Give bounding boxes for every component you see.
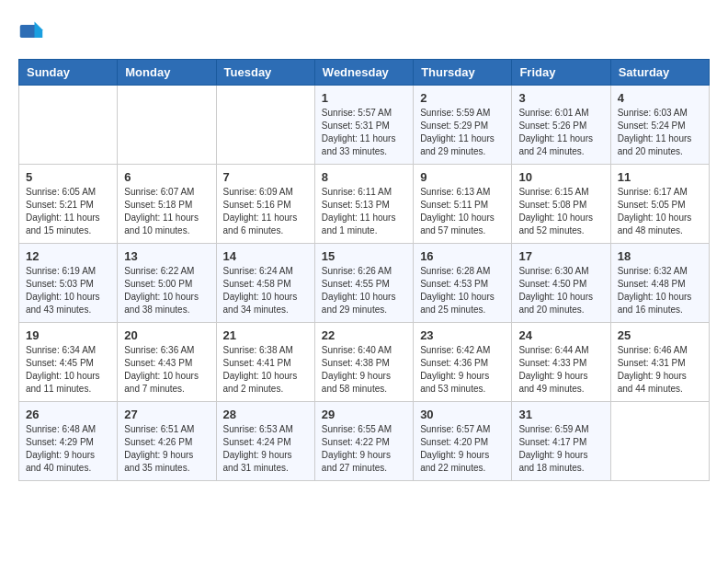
day-number: 26 xyxy=(26,408,110,421)
day-info: Sunrise: 6:46 AM Sunset: 4:31 PM Dayligh… xyxy=(618,344,702,396)
calendar-cell: 9Sunrise: 6:13 AM Sunset: 5:11 PM Daylig… xyxy=(414,165,512,244)
day-of-week-header: Friday xyxy=(512,60,610,86)
calendar-cell: 17Sunrise: 6:30 AM Sunset: 4:50 PM Dayli… xyxy=(512,244,610,323)
calendar-cell: 15Sunrise: 6:26 AM Sunset: 4:55 PM Dayli… xyxy=(314,244,413,323)
svg-marker-1 xyxy=(35,22,43,39)
logo xyxy=(18,18,48,44)
calendar-body: 1Sunrise: 5:57 AM Sunset: 5:31 PM Daylig… xyxy=(19,86,710,481)
day-number: 12 xyxy=(26,249,110,263)
calendar-cell: 24Sunrise: 6:44 AM Sunset: 4:33 PM Dayli… xyxy=(512,323,610,402)
calendar-cell xyxy=(118,86,216,165)
day-info: Sunrise: 5:57 AM Sunset: 5:31 PM Dayligh… xyxy=(322,107,406,158)
calendar-cell: 14Sunrise: 6:24 AM Sunset: 4:58 PM Dayli… xyxy=(216,244,314,323)
day-info: Sunrise: 6:34 AM Sunset: 4:45 PM Dayligh… xyxy=(26,344,110,396)
day-number: 25 xyxy=(618,328,702,342)
day-info: Sunrise: 6:07 AM Sunset: 5:18 PM Dayligh… xyxy=(124,186,209,237)
calendar-cell: 6Sunrise: 6:07 AM Sunset: 5:18 PM Daylig… xyxy=(118,165,216,244)
day-number: 1 xyxy=(322,91,406,105)
day-info: Sunrise: 6:36 AM Sunset: 4:43 PM Dayligh… xyxy=(124,344,209,396)
day-number: 23 xyxy=(420,328,505,342)
day-number: 19 xyxy=(26,328,110,342)
calendar-cell: 13Sunrise: 6:22 AM Sunset: 5:00 PM Dayli… xyxy=(118,244,216,323)
day-info: Sunrise: 6:30 AM Sunset: 4:50 PM Dayligh… xyxy=(518,265,603,316)
day-info: Sunrise: 6:19 AM Sunset: 5:03 PM Dayligh… xyxy=(26,265,110,316)
day-info: Sunrise: 6:51 AM Sunset: 4:26 PM Dayligh… xyxy=(124,423,209,475)
calendar-cell: 18Sunrise: 6:32 AM Sunset: 4:48 PM Dayli… xyxy=(610,244,709,323)
calendar-cell: 25Sunrise: 6:46 AM Sunset: 4:31 PM Dayli… xyxy=(610,323,709,402)
day-info: Sunrise: 6:01 AM Sunset: 5:26 PM Dayligh… xyxy=(518,107,603,158)
calendar-cell: 10Sunrise: 6:15 AM Sunset: 5:08 PM Dayli… xyxy=(512,165,610,244)
calendar-cell: 26Sunrise: 6:48 AM Sunset: 4:29 PM Dayli… xyxy=(19,402,118,481)
calendar-cell: 2Sunrise: 5:59 AM Sunset: 5:29 PM Daylig… xyxy=(414,86,512,165)
calendar-cell: 29Sunrise: 6:55 AM Sunset: 4:22 PM Dayli… xyxy=(314,402,413,481)
calendar-cell: 22Sunrise: 6:40 AM Sunset: 4:38 PM Dayli… xyxy=(314,323,413,402)
calendar-cell: 20Sunrise: 6:36 AM Sunset: 4:43 PM Dayli… xyxy=(118,323,216,402)
day-number: 29 xyxy=(322,408,406,421)
day-number: 2 xyxy=(420,91,505,105)
day-info: Sunrise: 6:24 AM Sunset: 4:58 PM Dayligh… xyxy=(223,265,308,316)
calendar-cell: 3Sunrise: 6:01 AM Sunset: 5:26 PM Daylig… xyxy=(512,86,610,165)
day-info: Sunrise: 6:15 AM Sunset: 5:08 PM Dayligh… xyxy=(518,186,603,237)
page-header xyxy=(18,18,710,44)
day-number: 20 xyxy=(124,328,209,342)
day-info: Sunrise: 6:40 AM Sunset: 4:38 PM Dayligh… xyxy=(322,344,406,396)
day-number: 17 xyxy=(518,249,603,263)
day-number: 8 xyxy=(322,170,406,184)
day-number: 9 xyxy=(420,170,505,184)
day-number: 13 xyxy=(124,249,209,263)
day-info: Sunrise: 6:22 AM Sunset: 5:00 PM Dayligh… xyxy=(124,265,209,316)
calendar-cell: 1Sunrise: 5:57 AM Sunset: 5:31 PM Daylig… xyxy=(314,86,413,165)
calendar-cell: 23Sunrise: 6:42 AM Sunset: 4:36 PM Dayli… xyxy=(414,323,512,402)
day-info: Sunrise: 6:44 AM Sunset: 4:33 PM Dayligh… xyxy=(518,344,603,396)
calendar-cell xyxy=(19,86,118,165)
day-number: 4 xyxy=(618,91,702,105)
calendar-cell: 7Sunrise: 6:09 AM Sunset: 5:16 PM Daylig… xyxy=(216,165,314,244)
calendar-header: SundayMondayTuesdayWednesdayThursdayFrid… xyxy=(19,60,710,86)
calendar-cell: 4Sunrise: 6:03 AM Sunset: 5:24 PM Daylig… xyxy=(610,86,709,165)
day-number: 10 xyxy=(518,170,603,184)
day-info: Sunrise: 6:48 AM Sunset: 4:29 PM Dayligh… xyxy=(26,423,110,475)
day-of-week-header: Thursday xyxy=(414,60,512,86)
day-of-week-header: Saturday xyxy=(610,60,709,86)
calendar-cell: 16Sunrise: 6:28 AM Sunset: 4:53 PM Dayli… xyxy=(414,244,512,323)
day-info: Sunrise: 6:03 AM Sunset: 5:24 PM Dayligh… xyxy=(618,107,702,158)
day-of-week-header: Sunday xyxy=(19,60,118,86)
day-info: Sunrise: 6:55 AM Sunset: 4:22 PM Dayligh… xyxy=(322,423,406,475)
calendar-cell xyxy=(610,402,709,481)
day-info: Sunrise: 6:09 AM Sunset: 5:16 PM Dayligh… xyxy=(223,186,308,237)
day-info: Sunrise: 6:38 AM Sunset: 4:41 PM Dayligh… xyxy=(223,344,308,396)
calendar-week-row: 5Sunrise: 6:05 AM Sunset: 5:21 PM Daylig… xyxy=(19,165,710,244)
day-number: 31 xyxy=(518,408,603,421)
day-number: 18 xyxy=(618,249,702,263)
day-number: 16 xyxy=(420,249,505,263)
calendar-week-row: 26Sunrise: 6:48 AM Sunset: 4:29 PM Dayli… xyxy=(19,402,710,481)
day-info: Sunrise: 6:42 AM Sunset: 4:36 PM Dayligh… xyxy=(420,344,505,396)
calendar-cell: 21Sunrise: 6:38 AM Sunset: 4:41 PM Dayli… xyxy=(216,323,314,402)
calendar-week-row: 1Sunrise: 5:57 AM Sunset: 5:31 PM Daylig… xyxy=(19,86,710,165)
day-info: Sunrise: 6:11 AM Sunset: 5:13 PM Dayligh… xyxy=(322,186,406,237)
calendar-cell: 8Sunrise: 6:11 AM Sunset: 5:13 PM Daylig… xyxy=(314,165,413,244)
day-number: 15 xyxy=(322,249,406,263)
day-info: Sunrise: 6:59 AM Sunset: 4:17 PM Dayligh… xyxy=(518,423,603,475)
day-of-week-header: Monday xyxy=(118,60,216,86)
day-number: 14 xyxy=(223,249,308,263)
day-info: Sunrise: 6:32 AM Sunset: 4:48 PM Dayligh… xyxy=(618,265,702,316)
calendar-week-row: 12Sunrise: 6:19 AM Sunset: 5:03 PM Dayli… xyxy=(19,244,710,323)
day-of-week-header: Wednesday xyxy=(314,60,413,86)
day-number: 24 xyxy=(518,328,603,342)
day-info: Sunrise: 5:59 AM Sunset: 5:29 PM Dayligh… xyxy=(420,107,505,158)
calendar-cell: 12Sunrise: 6:19 AM Sunset: 5:03 PM Dayli… xyxy=(19,244,118,323)
day-number: 5 xyxy=(26,170,110,184)
day-info: Sunrise: 6:28 AM Sunset: 4:53 PM Dayligh… xyxy=(420,265,505,316)
day-of-week-header: Tuesday xyxy=(216,60,314,86)
header-row: SundayMondayTuesdayWednesdayThursdayFrid… xyxy=(19,60,710,86)
day-number: 22 xyxy=(322,328,406,342)
calendar-cell: 5Sunrise: 6:05 AM Sunset: 5:21 PM Daylig… xyxy=(19,165,118,244)
day-number: 28 xyxy=(223,408,308,421)
day-number: 27 xyxy=(124,408,209,421)
calendar-table: SundayMondayTuesdayWednesdayThursdayFrid… xyxy=(18,59,710,481)
calendar-cell: 19Sunrise: 6:34 AM Sunset: 4:45 PM Dayli… xyxy=(19,323,118,402)
day-number: 6 xyxy=(124,170,209,184)
day-info: Sunrise: 6:05 AM Sunset: 5:21 PM Dayligh… xyxy=(26,186,110,237)
calendar-cell xyxy=(216,86,314,165)
